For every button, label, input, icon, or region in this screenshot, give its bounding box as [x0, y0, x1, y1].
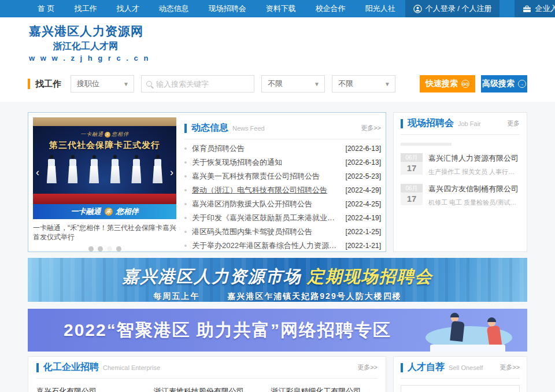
- news-item-date: [2022-1-21]: [346, 242, 381, 250]
- search-category-select[interactable]: 搜职位 ▼: [71, 75, 134, 93]
- search-section-label: 找工作: [35, 79, 61, 90]
- section-accent-bar: [401, 363, 403, 372]
- slide-top-left: 一卡融通: [80, 131, 103, 137]
- job-fair-more-link[interactable]: 更多: [507, 119, 520, 128]
- job-fair-company[interactable]: 嘉兴四方友信制桶有限公司: [428, 184, 520, 194]
- search-input-box: [141, 75, 254, 93]
- section-accent-bar: [401, 119, 403, 128]
- top-nav: 首 页 找工作 找人才 动态信息 现场招聘会 资料下载 校企合作 阳光人社 个人…: [0, 0, 555, 17]
- carousel-dot[interactable]: [116, 246, 121, 252]
- carousel-dot[interactable]: [98, 246, 103, 252]
- person-figure: [153, 155, 162, 183]
- online-recruitment-banner[interactable]: 2022“智聚港区 助力共富”网络招聘专区: [28, 309, 527, 352]
- news-item-title[interactable]: 港区码头范围内集卡驾驶员招聘公告: [192, 227, 341, 237]
- online-recruitment-banner-title: 2022“智聚港区 助力共富”网络招聘专区: [28, 319, 391, 342]
- personal-login-label: 个人登录 / 个人注册: [426, 0, 492, 17]
- slide-title: 第三代社会保障卡正式发行: [33, 140, 176, 151]
- company-cell[interactable]: 浙江麦堆科技股份有限公司 销售专员 会计 土建主管: [154, 386, 261, 392]
- talent-section-subtitle: Sell Oneself: [449, 364, 483, 371]
- job-fair-item[interactable]: 06月 17 嘉兴四方友信制桶有限公司 机修工 电工 质量检验员/测试员 叉车.…: [401, 184, 520, 207]
- search-filter2-select[interactable]: 不限 ▼: [332, 75, 395, 93]
- nav-item-news[interactable]: 动态信息: [149, 0, 199, 17]
- job-fair-item-info: 嘉兴四方友信制桶有限公司 机修工 电工 质量检验员/测试员 叉车...: [428, 184, 520, 207]
- news-item-title[interactable]: 嘉兴港区消防救援大队公开招聘公告: [192, 199, 341, 209]
- nav-item-sunshine-hr[interactable]: 阳光人社: [356, 0, 405, 17]
- news-item[interactable]: 保育员招聘公告[2022-6-13]: [184, 142, 381, 156]
- quick-search-button[interactable]: 快速搜索 GO: [420, 75, 475, 93]
- news-item[interactable]: 港区码头范围内集卡驾驶员招聘公告[2022-1-25]: [184, 225, 381, 239]
- job-fair-jobs: 机修工 电工 质量检验员/测试员 叉车...: [428, 198, 520, 207]
- he-logo-icon: 禾: [105, 132, 110, 138]
- carousel-dot-active[interactable]: [107, 246, 112, 252]
- news-item[interactable]: 关于印发《嘉兴港区鼓励新员工来港就业补助操作...[2022-4-19]: [184, 211, 381, 225]
- nav-item-home[interactable]: 首 页: [28, 0, 65, 17]
- news-item[interactable]: 嘉兴美一瓦科技有限责任公司招聘公告[2022-5-23]: [184, 169, 381, 183]
- main-row: 一卡融通禾您相伴 第三代社会保障卡正式发行: [28, 112, 527, 252]
- banner-text-right: 您相伴: [116, 206, 139, 217]
- job-fair-banner-title: 嘉兴港区人力资源市场 定期现场招聘会: [28, 265, 527, 289]
- carousel-caption[interactable]: 一卡融通，“禾”您相伴！第三代社会保障卡嘉兴首发仪式举行: [33, 223, 176, 242]
- he-logo-icon: 禾: [105, 208, 113, 216]
- enterprise-entry-button[interactable]: 企业入口: [515, 0, 555, 17]
- talent-section-header: 人才自荐 Sell Oneself 更多>>: [401, 357, 520, 379]
- job-fair-panel: 现场招聘会 Job Fair 更多 06月 17 嘉兴汇博人力资源有限公司 生产…: [393, 112, 527, 252]
- job-fair-item[interactable]: 06月 17 嘉兴汇博人力资源有限公司 生产操作工 报关文员 人事行政助理...: [401, 153, 520, 176]
- advanced-search-button[interactable]: 高级搜索 →: [481, 75, 527, 93]
- news-item[interactable]: 关于举办2022年港区新春综合性人力资源暨春风...[2022-1-21]: [184, 239, 381, 253]
- news-item-date: [2022-6-13]: [346, 158, 381, 167]
- person-figure: [131, 155, 141, 183]
- news-item-date: [2022-1-25]: [346, 228, 381, 236]
- slide-bottom-banner: 一卡融通 禾 您相伴: [33, 204, 176, 219]
- nav-item-school-coop[interactable]: 校企合作: [306, 0, 356, 17]
- news-item-title[interactable]: 嘉兴美一瓦科技有限责任公司招聘公告: [192, 171, 341, 182]
- person-figure: [68, 155, 77, 183]
- company-cell[interactable]: 浙江彩皇精细化工有限公司 普工（制造科） 营业担当: [271, 386, 378, 392]
- news-item[interactable]: 嘉兴港区消防救援大队公开招聘公告[2022-4-25]: [184, 197, 381, 211]
- news-item-title[interactable]: 关于印发《嘉兴港区鼓励新员工来港就业补助操作...: [192, 213, 341, 223]
- company-name[interactable]: 浙江麦堆科技股份有限公司: [154, 386, 261, 392]
- job-fair-section-title: 现场招聘会: [408, 117, 454, 130]
- search-filter1-select[interactable]: 不限 ▼: [261, 75, 325, 93]
- news-item-title[interactable]: 关于恢复现场招聘会的通知: [192, 157, 341, 168]
- nav-item-job-fair[interactable]: 现场招聘会: [199, 0, 256, 17]
- talent-card[interactable]: P243243 男 ｜ 嘉兴市->嘉兴港区 ｜ 八年以上: [401, 385, 520, 392]
- news-item-hovered[interactable]: 磐动（浙江）电气科技有限公司招聘公告[2022-4-29]: [184, 183, 381, 197]
- carousel-next-arrow[interactable]: ›: [170, 167, 173, 177]
- job-fair-banner[interactable]: 嘉兴港区人力资源市场 定期现场招聘会 每周五上午 嘉兴港区乍浦镇天妃路929号人…: [28, 258, 527, 302]
- page: 首 页 找工作 找人才 动态信息 现场招聘会 资料下载 校企合作 阳光人社 个人…: [0, 0, 555, 392]
- nav-item-find-job[interactable]: 找工作: [65, 0, 107, 17]
- talent-more-link[interactable]: 更多>>: [500, 363, 520, 372]
- site-logo-title[interactable]: 嘉兴港区人力资源网: [29, 23, 555, 39]
- company-name[interactable]: 嘉兴石化有限公司: [36, 386, 143, 392]
- date-badge: 06月 17: [401, 184, 423, 207]
- search-category-value: 搜职位: [77, 79, 99, 89]
- briefcase-icon: [523, 5, 531, 13]
- news-item-title[interactable]: 磐动（浙江）电气科技有限公司招聘公告: [192, 185, 341, 195]
- carousel-slide[interactable]: 一卡融通禾您相伴 第三代社会保障卡正式发行: [33, 117, 176, 219]
- slide-red-carpet: [33, 194, 176, 204]
- slide-people: [33, 155, 176, 183]
- bullet-icon: [184, 217, 187, 219]
- search-filter2-value: 不限: [338, 79, 353, 89]
- search-input[interactable]: [156, 80, 249, 88]
- news-item-title[interactable]: 关于举办2022年港区新春综合性人力资源暨春风...: [192, 241, 341, 251]
- go-icon: GO: [461, 80, 469, 88]
- job-fair-company[interactable]: 嘉兴汇博人力资源有限公司: [428, 153, 520, 164]
- company-name[interactable]: 浙江彩皇精细化工有限公司: [271, 386, 378, 392]
- news-more-link[interactable]: 更多>>: [361, 124, 381, 132]
- news-item-date: [2022-4-29]: [346, 186, 381, 194]
- carousel-dot[interactable]: [88, 246, 94, 252]
- bottom-row: 化工企业招聘 Chemical Enterprise 更多>> 嘉兴石化有限公司…: [28, 356, 527, 392]
- company-cell[interactable]: 嘉兴石化有限公司 工艺员 设备管理 警卫（残疾工）: [36, 386, 143, 392]
- nav-item-find-talent[interactable]: 找人才: [107, 0, 149, 17]
- news-item[interactable]: 关于恢复现场招聘会的通知[2022-6-13]: [184, 156, 381, 169]
- news-section-header: 动态信息 News Feed 更多>>: [184, 117, 381, 139]
- top-actions: 个人登录 / 个人注册 企业入口: [405, 0, 555, 17]
- nav-item-downloads[interactable]: 资料下载: [256, 0, 306, 17]
- personal-login-button[interactable]: 个人登录 / 个人注册: [405, 0, 500, 17]
- search-bar: 找工作 搜职位 ▼ 不限 ▼ 不限 ▼ 快速搜索 GO 高级搜索 →: [0, 71, 555, 102]
- chemical-more-link[interactable]: 更多>>: [357, 363, 378, 372]
- news-item-title[interactable]: 保育员招聘公告: [192, 143, 341, 154]
- date-badge-day: 17: [401, 162, 423, 175]
- carousel-prev-arrow[interactable]: ‹: [36, 167, 39, 177]
